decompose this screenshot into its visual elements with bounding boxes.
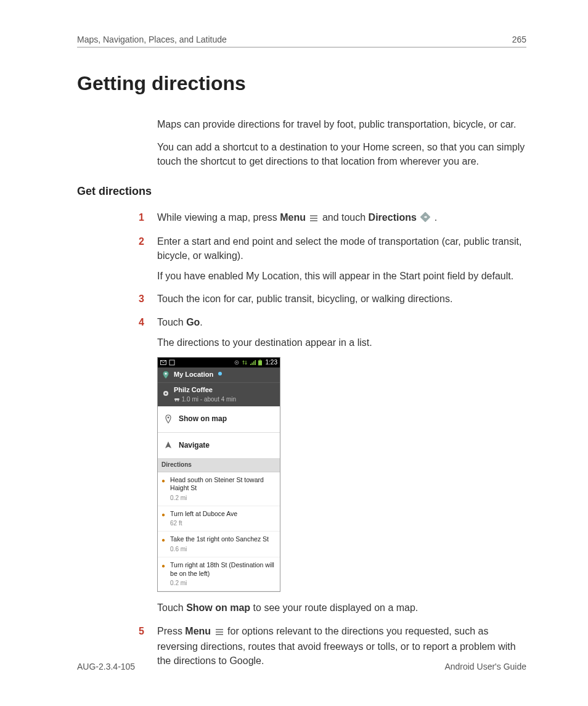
- svg-point-14: [165, 372, 166, 374]
- show-on-map-label: Show on map: [179, 414, 227, 424]
- car-icon: [174, 396, 182, 403]
- direction-step: ● Head south on Steiner St toward Haight…: [158, 472, 280, 506]
- step-text: Touch Go.: [157, 317, 203, 327]
- steps-list: 1 While viewing a map, press Menu and to…: [139, 210, 526, 668]
- pin-icon: [164, 414, 173, 424]
- direction-step: ● Turn left at Duboce Ave 62 ft: [158, 506, 280, 532]
- svg-rect-11: [255, 360, 256, 365]
- battery-icon: [258, 359, 264, 366]
- directions-header: Directions: [158, 459, 280, 472]
- svg-point-15: [218, 372, 222, 376]
- section-title: Get directions: [77, 185, 526, 198]
- step-bullet-icon: ●: [161, 476, 165, 502]
- svg-point-20: [178, 400, 179, 401]
- page-footer: AUG-2.3.4-105 Android User's Guide: [77, 662, 526, 671]
- signal-icon: [250, 359, 256, 366]
- intro-p1: Maps can provide directions for travel b…: [157, 117, 526, 131]
- page-header: Maps, Navigation, Places, and Latitude 2…: [77, 35, 526, 47]
- step-subtext-2: Touch Show on map to see your route disp…: [157, 601, 526, 615]
- step-3: 3 Touch the icon for car, public transit…: [139, 292, 526, 306]
- from-label: My Location: [174, 370, 213, 380]
- directions-icon: [420, 211, 430, 226]
- direction-text: Turn right at 18th St (Destination will …: [170, 561, 275, 578]
- step-text: Enter a start and end point and select t…: [157, 236, 521, 261]
- direction-text: Head south on Steiner St toward Haight S…: [170, 476, 275, 493]
- direction-distance: 0.2 mi: [170, 579, 275, 587]
- direction-step: ● Turn right at 18th St (Destination wil…: [158, 557, 280, 591]
- page-title: Getting directions: [77, 72, 526, 95]
- svg-point-21: [168, 416, 169, 418]
- footer-right: Android User's Guide: [444, 662, 526, 671]
- navigate-btn[interactable]: Navigate: [158, 433, 280, 459]
- step-number: 1: [139, 210, 144, 224]
- menu-icon: [309, 211, 318, 226]
- app-icon: [169, 359, 175, 366]
- menu-label: Menu: [280, 212, 306, 223]
- dest-sub: 1.0 mi - about 4 min: [182, 396, 236, 403]
- step-number: 5: [139, 624, 144, 638]
- direction-text: Turn left at Duboce Ave: [170, 510, 275, 519]
- menu-icon: [215, 625, 224, 639]
- dest-block: Philz Coffee 1.0 mi - about 4 min: [174, 385, 236, 404]
- step-2: 2 Enter a start and end point and select…: [139, 234, 526, 284]
- data-icon: [242, 359, 248, 366]
- svg-rect-10: [253, 361, 255, 365]
- show-on-map-label: Show on map: [186, 602, 250, 613]
- step-subtext: If you have enabled My Location, this wi…: [157, 269, 526, 283]
- location-pin-icon: [161, 371, 170, 379]
- footer-left: AUG-2.3.4-105: [77, 662, 135, 671]
- svg-rect-5: [169, 360, 174, 365]
- current-location-icon: [217, 370, 223, 380]
- svg-point-7: [236, 362, 237, 363]
- navigate-label: Navigate: [179, 440, 210, 451]
- direction-distance: 0.2 mi: [170, 494, 275, 502]
- phone-screenshot: 1:23 My Location Philz Coffee: [157, 357, 280, 593]
- status-bar: 1:23: [158, 358, 280, 367]
- step-bullet-icon: ●: [161, 510, 165, 528]
- menu-label: Menu: [185, 626, 211, 636]
- step-text: Press Menu for options relevant to the d…: [157, 626, 516, 666]
- direction-text: Take the 1st right onto Sanchez St: [170, 535, 275, 544]
- show-on-map-btn[interactable]: Show on map: [158, 406, 280, 432]
- breadcrumb: Maps, Navigation, Places, and Latitude: [77, 35, 227, 44]
- svg-rect-12: [258, 360, 262, 365]
- dest-name: Philz Coffee: [174, 385, 236, 395]
- directions-label: Directions: [369, 212, 417, 223]
- svg-point-19: [175, 400, 176, 401]
- clock-time: 1:23: [266, 358, 277, 367]
- intro-p2: You can add a shortcut to a destination …: [157, 140, 526, 168]
- step-number: 3: [139, 292, 144, 306]
- mail-icon: [160, 359, 166, 366]
- step-1: 1 While viewing a map, press Menu and to…: [139, 210, 526, 226]
- step-text: Touch the icon for car, public transit, …: [157, 293, 452, 304]
- direction-distance: 0.6 mi: [170, 545, 275, 553]
- step-4: 4 Touch Go. The directions to your desti…: [139, 315, 526, 615]
- step-bullet-icon: ●: [161, 535, 165, 553]
- step-subtext: The directions to your destination appea…: [157, 335, 526, 350]
- direction-distance: 62 ft: [170, 519, 275, 527]
- intro-block: Maps can provide directions for travel b…: [157, 117, 526, 169]
- svg-rect-9: [251, 363, 253, 365]
- svg-rect-13: [259, 359, 261, 360]
- go-label: Go: [186, 317, 200, 327]
- from-row: My Location: [158, 367, 280, 383]
- page-number: 265: [512, 35, 526, 44]
- dest-pin-icon: [161, 390, 170, 399]
- step-number: 2: [139, 234, 144, 248]
- eye-icon: [234, 359, 240, 366]
- step-text: While viewing a map, press Menu and touc…: [157, 212, 437, 223]
- step-number: 4: [139, 315, 144, 329]
- svg-rect-8: [250, 364, 251, 365]
- navigate-icon: [164, 441, 173, 449]
- to-row: Philz Coffee 1.0 mi - about 4 min: [158, 383, 280, 406]
- direction-step: ● Take the 1st right onto Sanchez St 0.6…: [158, 532, 280, 557]
- svg-rect-18: [174, 398, 179, 400]
- step-bullet-icon: ●: [161, 561, 165, 587]
- svg-point-17: [165, 393, 167, 395]
